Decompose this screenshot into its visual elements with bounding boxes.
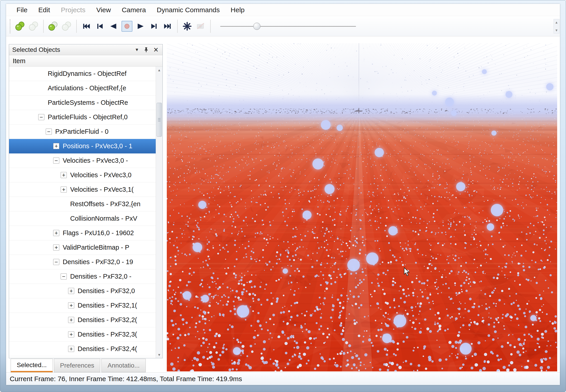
tree-item-label: ParticleFluids - ObjectRef,0 bbox=[48, 113, 128, 121]
object-tree: RigidDynamics - ObjectRefArticulations -… bbox=[9, 67, 163, 358]
tree-item-label: RigidDynamics - ObjectRef bbox=[48, 70, 126, 77]
collapse-icon[interactable]: − bbox=[53, 157, 59, 164]
tree-item-velocities[interactable]: +Velocities - PxVec3,0 bbox=[9, 168, 156, 182]
step-backward-button[interactable] bbox=[94, 20, 106, 32]
tree-item-rigiddynamics[interactable]: RigidDynamics - ObjectRef bbox=[9, 67, 156, 81]
capture-objects-icon[interactable] bbox=[47, 20, 59, 32]
tab-preferences[interactable]: Preferences bbox=[54, 359, 100, 372]
tree-item-particlefluids[interactable]: −ParticleFluids - ObjectRef,0 bbox=[9, 110, 156, 125]
viewport[interactable] bbox=[167, 43, 557, 371]
tree-item-densities[interactable]: +Densities - PxF32,0 bbox=[9, 284, 156, 298]
tree-item-articulations[interactable]: Articulations - ObjectRef,{e bbox=[9, 81, 156, 96]
toolbar-overflow[interactable]: ▲ ▼ bbox=[553, 19, 559, 33]
record-button[interactable] bbox=[122, 21, 132, 32]
play-backward-button[interactable] bbox=[107, 20, 120, 32]
menu-file[interactable]: File bbox=[11, 4, 33, 16]
overflow-up-icon[interactable]: ▲ bbox=[555, 20, 558, 24]
collapse-icon[interactable]: − bbox=[46, 128, 52, 135]
selected-objects-panel: Selected Objects ▼ × Item RigidDynamics … bbox=[9, 44, 163, 358]
expand-icon[interactable]: + bbox=[53, 230, 59, 236]
expand-icon[interactable]: + bbox=[61, 186, 67, 193]
tree-item-label: Densities - PxF32,0 - 19 bbox=[63, 258, 133, 266]
toolbar-separator bbox=[210, 20, 211, 33]
disconnect-spheres-icon[interactable] bbox=[28, 20, 40, 32]
tree-item-positions[interactable]: +Positions - PxVec3,0 - 1 bbox=[9, 139, 156, 154]
tree-item-label: Densities - PxF32,4( bbox=[78, 345, 137, 353]
toolbar-separator bbox=[76, 20, 77, 33]
scroll-up-icon[interactable]: ▲ bbox=[156, 67, 163, 73]
expand-icon[interactable]: + bbox=[68, 331, 74, 337]
close-icon[interactable]: × bbox=[151, 46, 161, 54]
tree-item-velocities[interactable]: −Velocities - PxVec3,0 - bbox=[9, 154, 156, 168]
tree-item-densities[interactable]: +Densities - PxF32,2( bbox=[9, 313, 156, 327]
collapse-icon[interactable]: − bbox=[38, 114, 44, 120]
menu-view[interactable]: View bbox=[91, 4, 116, 16]
frame-slider[interactable] bbox=[220, 20, 356, 32]
menu-edit[interactable]: Edit bbox=[33, 4, 55, 16]
tree-item-densities[interactable]: +Densities - PxF32,1( bbox=[9, 298, 156, 313]
expand-icon[interactable]: + bbox=[68, 317, 74, 323]
tab-selected[interactable]: Selected... bbox=[11, 359, 53, 372]
panel-header: Selected Objects ▼ × bbox=[9, 44, 163, 55]
toolbar-gripper[interactable] bbox=[10, 19, 11, 33]
tree-item-pxparticlefluid[interactable]: −PxParticleFluid - 0 bbox=[9, 125, 156, 139]
tree-item-label: RestOffsets - PxF32,{en bbox=[70, 200, 140, 208]
tree-item-densities[interactable]: −Densities - PxF32,0 - 19 bbox=[9, 255, 156, 269]
panel-title: Selected Objects bbox=[12, 46, 132, 53]
release-objects-icon[interactable] bbox=[61, 20, 73, 32]
expand-icon[interactable]: + bbox=[68, 288, 74, 294]
toolbar-separator bbox=[177, 20, 178, 33]
menu-camera[interactable]: Camera bbox=[116, 4, 152, 16]
menu-help[interactable]: Help bbox=[225, 4, 250, 16]
tree-item-validparticlebitmap[interactable]: +ValidParticleBitmap - P bbox=[9, 240, 156, 255]
step-forward-button[interactable] bbox=[148, 20, 160, 32]
viewport-canvas[interactable] bbox=[167, 43, 557, 371]
panel-menu-button[interactable]: ▼ bbox=[132, 47, 142, 52]
slider-handle[interactable] bbox=[253, 23, 261, 30]
expand-icon[interactable]: + bbox=[68, 346, 74, 352]
menu-projects[interactable]: Projects bbox=[55, 4, 91, 16]
tree-item-restoffsets[interactable]: RestOffsets - PxF32,{en bbox=[9, 197, 156, 211]
burst-icon[interactable] bbox=[181, 20, 193, 32]
status-bar: Current Frame: 76, Inner Frame Time: 412… bbox=[6, 372, 560, 385]
play-forward-button[interactable] bbox=[134, 20, 147, 32]
toolbar: ▲ ▼ bbox=[6, 16, 560, 36]
expand-icon[interactable]: + bbox=[61, 172, 67, 178]
tree-rows: RigidDynamics - ObjectRefArticulations -… bbox=[9, 67, 156, 358]
tree-item-densities[interactable]: +Densities - PxF32,4( bbox=[9, 342, 156, 356]
expand-icon[interactable]: + bbox=[68, 302, 74, 308]
menu-bar: FileEditProjectsViewCameraDynamic Comman… bbox=[6, 4, 560, 16]
tree-item-label: Densities - PxF32,1( bbox=[78, 302, 137, 309]
tree-item-collisionnormals[interactable]: CollisionNormals - PxV bbox=[9, 211, 156, 226]
main-area: Selected Objects ▼ × Item RigidDynamics … bbox=[6, 36, 560, 372]
tree-scrollbar[interactable]: ▲ ▼ bbox=[156, 67, 163, 358]
collapse-icon[interactable]: − bbox=[53, 259, 59, 265]
expand-icon[interactable]: + bbox=[53, 244, 59, 251]
tree-item-velocities[interactable]: +Velocities - PxVec3,1( bbox=[9, 182, 156, 197]
go-to-first-frame-button[interactable] bbox=[80, 20, 92, 32]
left-column: Selected Objects ▼ × Item RigidDynamics … bbox=[6, 36, 163, 372]
tree-item-particlesystems[interactable]: ParticleSystems - ObjectRe bbox=[9, 96, 156, 110]
go-to-last-frame-button[interactable] bbox=[162, 20, 174, 32]
connect-spheres-icon[interactable] bbox=[14, 20, 26, 32]
mouse-cursor bbox=[404, 267, 411, 277]
menu-dynamic-commands[interactable]: Dynamic Commands bbox=[152, 4, 225, 16]
collapse-icon[interactable]: − bbox=[61, 273, 67, 280]
tree-item-flags[interactable]: +Flags - PxU16,0 - 19602 bbox=[9, 226, 156, 240]
expand-icon[interactable]: + bbox=[53, 143, 59, 149]
camera-capture-icon[interactable] bbox=[195, 20, 207, 32]
tree-item-densities[interactable]: −Densities - PxF32,0 - bbox=[9, 269, 156, 284]
pin-icon[interactable] bbox=[142, 47, 151, 53]
tree-item-label: Articulations - ObjectRef,{e bbox=[48, 84, 126, 92]
scroll-down-icon[interactable]: ▼ bbox=[156, 351, 163, 358]
pin-icon-glyph bbox=[143, 47, 149, 53]
bottom-tabs: Selected...PreferencesAnnotatio... bbox=[9, 359, 163, 372]
overflow-down-icon[interactable]: ▼ bbox=[555, 28, 558, 32]
scrollbar-thumb[interactable] bbox=[157, 103, 162, 137]
tree-item-label: Velocities - PxVec3,0 bbox=[70, 171, 131, 179]
tree-item-densities[interactable]: +Densities - PxF32,3( bbox=[9, 327, 156, 342]
toolbar-buttons bbox=[13, 20, 213, 33]
tab-annotatio[interactable]: Annotatio... bbox=[101, 359, 146, 372]
slider-track[interactable] bbox=[220, 26, 356, 27]
item-column-header: Item bbox=[9, 55, 163, 67]
